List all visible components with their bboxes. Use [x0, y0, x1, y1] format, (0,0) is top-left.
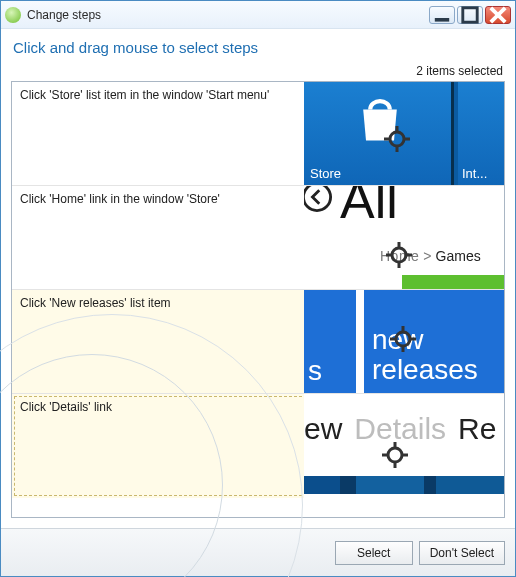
dont-select-button[interactable]: Don't Select	[419, 541, 505, 565]
step-thumbnail: All Home > Games	[304, 186, 504, 289]
select-button[interactable]: Select	[335, 541, 413, 565]
client-area: Click and drag mouse to select steps 2 i…	[1, 29, 515, 528]
step-description: Click 'Store' list item in the window 'S…	[12, 82, 304, 185]
step-thumbnail: ew Details Re	[304, 394, 504, 498]
selection-count: 2 items selected	[11, 64, 505, 81]
step-row[interactable]: Click 'Details' link ew Details Re	[12, 394, 504, 498]
step-description: Click 'Details' link	[12, 394, 304, 498]
target-crosshair-icon	[386, 242, 412, 268]
heading-text: All	[340, 186, 398, 230]
back-arrow-icon	[304, 186, 334, 214]
thumbnail-bottom-strip	[304, 476, 504, 494]
svg-point-9	[304, 186, 331, 211]
maximize-button[interactable]	[457, 6, 483, 24]
tile-label: Store	[310, 166, 341, 181]
step-row[interactable]: Click 'Home' link in the window 'Store' …	[12, 186, 504, 290]
step-description: Click 'New releases' list item	[12, 290, 304, 393]
target-crosshair-icon	[384, 126, 410, 152]
step-row[interactable]: Click 'New releases' list item s new rel…	[12, 290, 504, 394]
svg-point-4	[390, 132, 404, 146]
text-details: Details	[354, 412, 446, 446]
svg-rect-1	[463, 7, 477, 21]
green-bar	[402, 275, 504, 289]
app-icon	[5, 7, 21, 23]
target-crosshair-icon	[382, 442, 408, 468]
close-button[interactable]	[485, 6, 511, 24]
steps-list[interactable]: Click 'Store' list item in the window 'S…	[11, 81, 505, 518]
tile-label: Int...	[462, 166, 487, 181]
breadcrumb-games: Games	[436, 248, 481, 264]
target-crosshair-icon	[390, 326, 416, 352]
instruction-text: Click and drag mouse to select steps	[11, 37, 505, 64]
svg-point-20	[388, 448, 402, 462]
tile-text-fragment: s	[308, 355, 322, 387]
text-fragment-re: Re	[458, 412, 496, 446]
svg-point-10	[392, 248, 406, 262]
tile-text-releases: releases	[372, 354, 478, 386]
step-thumbnail: s new releases	[304, 290, 504, 393]
step-description: Click 'Home' link in the window 'Store'	[12, 186, 304, 289]
footer: Select Don't Select	[1, 528, 515, 576]
text-fragment-ew: ew	[304, 412, 342, 446]
step-thumbnail: Store Int...	[304, 82, 504, 185]
change-steps-window: Change steps Click and drag mouse to sel…	[0, 0, 516, 577]
svg-point-15	[396, 332, 410, 346]
step-row[interactable]: Click 'Store' list item in the window 'S…	[12, 82, 504, 186]
minimize-button[interactable]	[429, 6, 455, 24]
breadcrumb-separator: >	[423, 248, 431, 264]
window-title: Change steps	[27, 8, 429, 22]
titlebar[interactable]: Change steps	[1, 1, 515, 29]
